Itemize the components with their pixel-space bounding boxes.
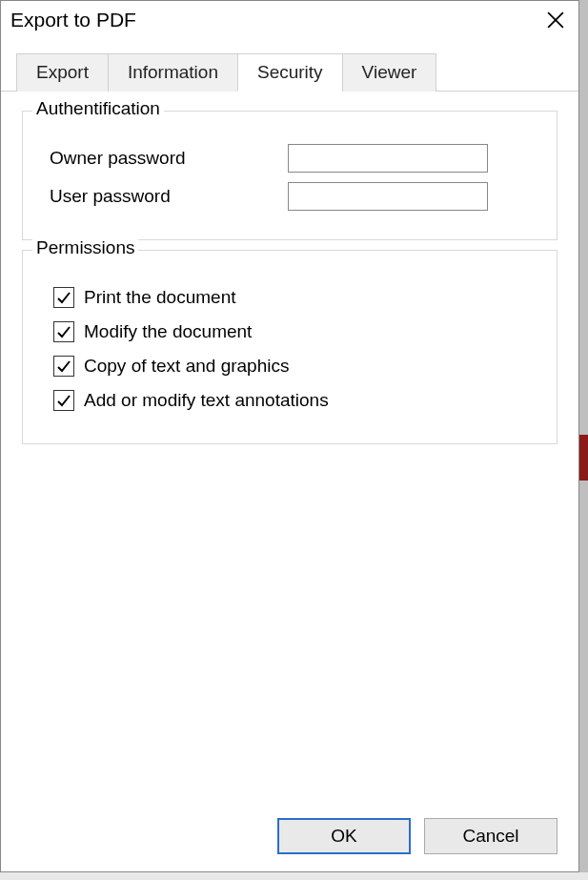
tab-viewer[interactable]: Viewer: [342, 53, 437, 92]
user-password-row: User password: [40, 182, 539, 211]
close-button[interactable]: [542, 7, 569, 33]
tab-export[interactable]: Export: [16, 53, 109, 92]
permission-copy-checkbox[interactable]: [53, 356, 74, 377]
check-icon: [56, 324, 71, 339]
tab-content: Authentification Owner password User pas…: [1, 92, 578, 805]
tab-information[interactable]: Information: [108, 53, 238, 92]
background-decoration: [579, 0, 588, 880]
permissions-fieldset: Permissions Print the document Modify th…: [22, 250, 558, 444]
permission-print-label: Print the document: [84, 287, 235, 308]
check-icon: [56, 290, 71, 305]
owner-password-input[interactable]: [288, 144, 488, 173]
authentication-fieldset: Authentification Owner password User pas…: [22, 111, 558, 240]
check-icon: [56, 393, 71, 408]
permission-print-checkbox[interactable]: [53, 287, 74, 308]
check-icon: [56, 358, 71, 374]
close-icon: [547, 11, 564, 29]
cancel-button[interactable]: Cancel: [424, 818, 558, 854]
user-password-label: User password: [40, 186, 288, 207]
export-pdf-dialog: Export to PDF Export Information Securit…: [0, 0, 579, 872]
permission-annotate-label: Add or modify text annotations: [84, 390, 329, 411]
permission-annotate-checkbox[interactable]: [53, 390, 74, 411]
permission-modify-checkbox[interactable]: [53, 321, 74, 342]
background-footer: [0, 872, 588, 880]
permission-modify-label: Modify the document: [84, 321, 252, 342]
tab-security[interactable]: Security: [237, 53, 343, 92]
authentication-legend: Authentification: [32, 98, 164, 119]
dialog-buttons: OK Cancel: [1, 805, 578, 871]
permissions-legend: Permissions: [32, 237, 138, 258]
owner-password-label: Owner password: [40, 148, 288, 169]
dialog-title: Export to PDF: [10, 9, 136, 31]
permission-modify-row: Modify the document: [40, 321, 539, 342]
ok-button[interactable]: OK: [277, 818, 411, 854]
permission-print-row: Print the document: [40, 287, 539, 308]
titlebar: Export to PDF: [1, 1, 578, 39]
tab-bar: Export Information Security Viewer: [1, 39, 578, 92]
permission-annotate-row: Add or modify text annotations: [40, 390, 539, 411]
permission-copy-row: Copy of text and graphics: [40, 356, 539, 377]
permission-copy-label: Copy of text and graphics: [84, 356, 289, 377]
owner-password-row: Owner password: [40, 144, 539, 173]
user-password-input[interactable]: [288, 182, 488, 211]
